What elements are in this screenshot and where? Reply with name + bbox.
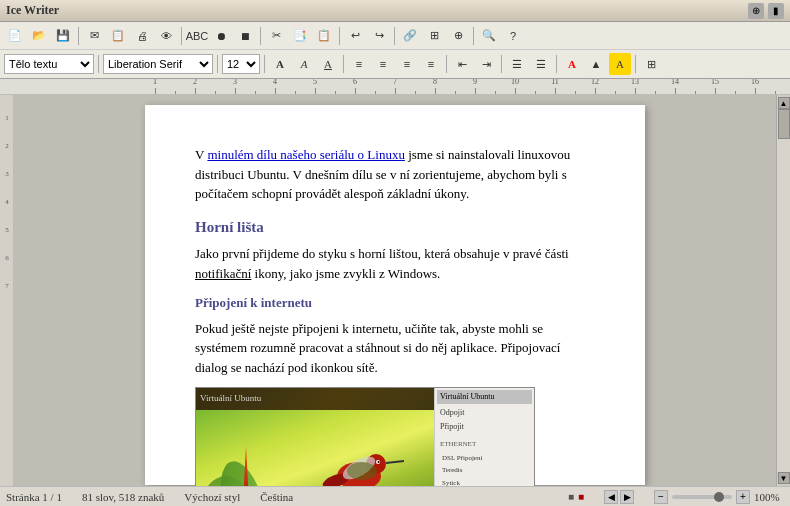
align-right-button[interactable]: ≡ bbox=[396, 53, 418, 75]
page-prev-button[interactable]: ◀ bbox=[604, 490, 618, 504]
insert-button[interactable]: ⊕ bbox=[447, 25, 469, 47]
sep7 bbox=[98, 55, 99, 73]
ruler-mark: 14 bbox=[665, 79, 685, 94]
ruler-mark bbox=[685, 91, 705, 94]
ruler: 1 2 3 4 5 6 7 8 9 10 11 12 13 14 15 16 1… bbox=[0, 79, 790, 95]
svg-point-6 bbox=[378, 461, 380, 463]
vruler-4: 4 bbox=[5, 179, 9, 207]
statusbar: Stránka 1 / 1 81 slov, 518 znaků Výchozí… bbox=[0, 486, 790, 506]
paste-button[interactable]: 📋 bbox=[313, 25, 335, 47]
scroll-down-button[interactable]: ▼ bbox=[778, 472, 790, 484]
scroll-area[interactable]: V minulém dílu našeho seriálu o Linuxu j… bbox=[14, 95, 776, 486]
font-select[interactable]: Liberation Serif bbox=[103, 54, 213, 74]
font-color-button[interactable]: A bbox=[561, 53, 583, 75]
ruler-mark: 4 bbox=[265, 79, 285, 94]
redo-button[interactable]: ↪ bbox=[368, 25, 390, 47]
help-button[interactable]: ? bbox=[502, 25, 524, 47]
ruler-mark: 5 bbox=[305, 79, 325, 94]
extra-btn1[interactable]: ⊞ bbox=[640, 53, 662, 75]
spellcheck-button[interactable]: ABC bbox=[186, 25, 208, 47]
find-button[interactable]: 🔍 bbox=[478, 25, 500, 47]
indent-increase-button[interactable]: ⇥ bbox=[475, 53, 497, 75]
battery-icon: ▮ bbox=[768, 3, 784, 19]
vruler-marks: 1 2 3 4 5 6 7 bbox=[0, 95, 14, 291]
scrollbar-right[interactable]: ▲ ▼ bbox=[776, 95, 790, 486]
notifikacni-text: notifikační bbox=[195, 266, 251, 281]
style-info: Výchozí styl bbox=[184, 491, 240, 503]
panel-sub-syt: Sytick bbox=[437, 477, 532, 487]
ruler-mark: 8 bbox=[425, 79, 445, 94]
open-button[interactable]: 📂 bbox=[28, 25, 50, 47]
language-info: Čeština bbox=[260, 491, 293, 503]
italic-button[interactable]: A bbox=[293, 53, 315, 75]
ruler-mark bbox=[205, 91, 225, 94]
align-center-button[interactable]: ≡ bbox=[372, 53, 394, 75]
bold-button[interactable]: A bbox=[269, 53, 291, 75]
zoom-slider[interactable] bbox=[672, 495, 732, 499]
save-button[interactable]: 💾 bbox=[52, 25, 74, 47]
underline-button[interactable]: A bbox=[317, 53, 339, 75]
email-button[interactable]: ✉ bbox=[83, 25, 105, 47]
document-page[interactable]: V minulém dílu našeho seriálu o Linuxu j… bbox=[145, 105, 645, 485]
align-left-button[interactable]: ≡ bbox=[348, 53, 370, 75]
doc-status-icon: ■ bbox=[578, 491, 584, 502]
section1-para: Jako první přijdeme do styku s horní liš… bbox=[195, 244, 595, 283]
taskbar-text: Virtuální Ubuntu bbox=[200, 392, 261, 406]
justify-button[interactable]: ≡ bbox=[420, 53, 442, 75]
cut-button[interactable]: ✂ bbox=[265, 25, 287, 47]
ruler-mark bbox=[325, 91, 345, 94]
preview-button[interactable]: 👁 bbox=[155, 25, 177, 47]
section2-para: Pokud ještě nejste připojeni k internetu… bbox=[195, 319, 595, 378]
vertical-ruler: 1 2 3 4 5 6 7 bbox=[0, 95, 14, 486]
screenshot-taskbar: Virtuální Ubuntu bbox=[196, 388, 434, 410]
zoom-in-button[interactable]: + bbox=[736, 490, 750, 504]
vruler-3: 3 bbox=[5, 151, 9, 179]
pdf-button[interactable]: 📋 bbox=[107, 25, 129, 47]
ruler-mark: 11 bbox=[545, 79, 565, 94]
doc-modified-icon: ■ bbox=[568, 491, 574, 502]
copy-button[interactable]: 📑 bbox=[289, 25, 311, 47]
undo-button[interactable]: ↩ bbox=[344, 25, 366, 47]
style-select[interactable]: Tělo textu bbox=[4, 54, 94, 74]
status-icons: ■ ■ bbox=[568, 491, 584, 502]
titlebar-icons: ⊕ ▮ bbox=[748, 3, 784, 19]
record2-button[interactable]: ⏹ bbox=[234, 25, 256, 47]
indent-decrease-button[interactable]: ⇤ bbox=[451, 53, 473, 75]
scroll-thumb[interactable] bbox=[778, 109, 790, 139]
page-next-button[interactable]: ▶ bbox=[620, 490, 634, 504]
sep10 bbox=[343, 55, 344, 73]
print-button[interactable]: 🖨 bbox=[131, 25, 153, 47]
panel-item-pripojit: Připojit bbox=[437, 420, 532, 434]
ruler-mark: 2 bbox=[185, 79, 205, 94]
background-color-button[interactable]: A bbox=[609, 53, 631, 75]
size-select[interactable]: 12 bbox=[222, 54, 260, 74]
new-button[interactable]: 📄 bbox=[4, 25, 26, 47]
bird-svg bbox=[314, 436, 404, 486]
vruler-1: 1 bbox=[5, 95, 9, 123]
embedded-screenshot: Virtuální Ubuntu bbox=[195, 387, 535, 486]
section1-heading: Horní lišta bbox=[195, 216, 595, 239]
ruler-mark: 6 bbox=[345, 79, 365, 94]
zoom-out-button[interactable]: − bbox=[654, 490, 668, 504]
ruler-mark: 15 bbox=[705, 79, 725, 94]
vruler-7: 7 bbox=[5, 263, 9, 291]
zoom-thumb bbox=[714, 492, 724, 502]
table-button[interactable]: ⊞ bbox=[423, 25, 445, 47]
vruler-6: 6 bbox=[5, 235, 9, 263]
list-unordered-button[interactable]: ☰ bbox=[506, 53, 528, 75]
hyperlink-button[interactable]: 🔗 bbox=[399, 25, 421, 47]
record1-button[interactable]: ⏺ bbox=[210, 25, 232, 47]
sep2 bbox=[181, 27, 182, 45]
scroll-up-button[interactable]: ▲ bbox=[778, 97, 790, 109]
zoom-control: − + 100% bbox=[654, 490, 784, 504]
zoom-level: 100% bbox=[754, 491, 784, 503]
vruler-5: 5 bbox=[5, 207, 9, 235]
list-ordered-button[interactable]: ☰ bbox=[530, 53, 552, 75]
highlight-button[interactable]: ▲ bbox=[585, 53, 607, 75]
panel-item-odpojit: Odpojit bbox=[437, 406, 532, 420]
ruler-mark: 3 bbox=[225, 79, 245, 94]
ruler-mark bbox=[245, 91, 265, 94]
intro-link[interactable]: minulém dílu našeho seriálu o Linuxu bbox=[207, 147, 405, 162]
sep6 bbox=[473, 27, 474, 45]
network-icon: ⊕ bbox=[748, 3, 764, 19]
